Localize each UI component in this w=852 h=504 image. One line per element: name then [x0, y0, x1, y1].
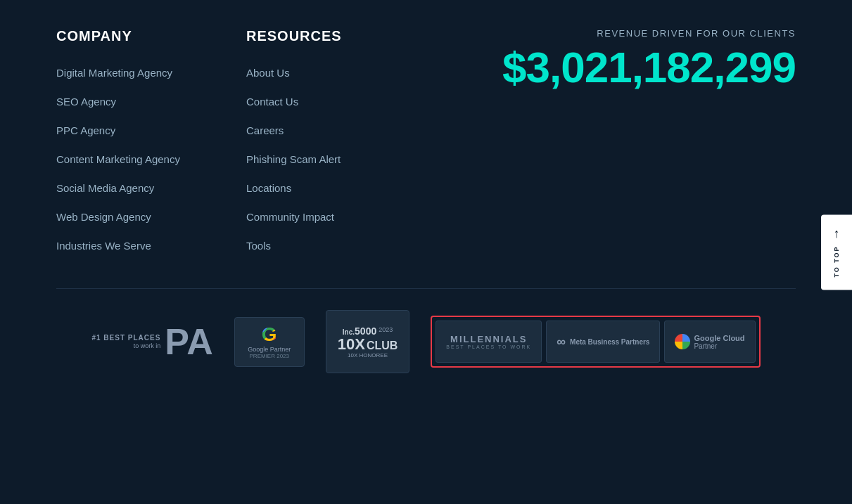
inc-honoree: 10X HONOREE	[348, 352, 388, 358]
footer-link-community[interactable]: Community Impact	[246, 202, 436, 231]
meta-logo: ∞ Meta Business Partners	[557, 335, 649, 349]
gcloud-sub: Partner	[694, 342, 744, 350]
footer-link-digital-marketing[interactable]: Digital Marketing Agency	[56, 58, 246, 87]
best-places-badge: #1 BEST PLACES to work in PA	[91, 326, 212, 357]
google-partner-content: G Google Partner PREMIER 2023	[234, 317, 305, 367]
gcloud-logo: Google Cloud Partner	[675, 334, 744, 350]
inc-club-number: 10X	[338, 337, 365, 352]
millennials-name: MILLENNIALS	[450, 334, 527, 344]
gcloud-text-col: Google Cloud Partner	[694, 334, 744, 350]
footer-link-careers[interactable]: Careers	[246, 116, 436, 145]
to-top-button[interactable]: ↑ TO TOP	[821, 214, 852, 290]
google-g-letter: G	[262, 325, 277, 344]
to-top-arrow-icon: ↑	[834, 227, 840, 240]
gcloud-badge: Google Cloud Partner	[664, 321, 755, 363]
millennials-sub: BEST PLACES TO WORK	[446, 344, 531, 349]
inc-year: 2023	[379, 326, 393, 333]
meta-infinity-icon: ∞	[557, 335, 566, 349]
footer-link-about[interactable]: About Us	[246, 58, 436, 87]
footer-link-contact[interactable]: Contact Us	[246, 87, 436, 116]
inc-club-row: 10X CLUB	[338, 337, 398, 352]
footer-link-locations[interactable]: Locations	[246, 174, 436, 202]
google-partner-label: Google Partner	[248, 346, 291, 353]
company-heading: COMPANY	[56, 28, 246, 44]
revenue-label: REVENUE DRIVEN FOR OUR CLIENTS	[597, 28, 796, 39]
gcloud-name: Google Cloud	[694, 334, 744, 342]
inc5000-content: Inc.5000 2023 10X CLUB 10X HONOREE	[326, 310, 410, 373]
meta-name: Meta Business Partners	[570, 338, 649, 346]
best-places-top: #1 BEST PLACES	[91, 334, 160, 342]
footer-column-company: COMPANY Digital Marketing Agency SEO Age…	[56, 28, 246, 260]
bottom-bar: #1 BEST PLACES to work in PA G Google Pa…	[0, 289, 852, 394]
inc-club-label: CLUB	[367, 340, 398, 352]
footer-link-seo[interactable]: SEO Agency	[56, 87, 246, 116]
footer-link-ppc[interactable]: PPC Agency	[56, 116, 246, 145]
best-places-content: #1 BEST PLACES to work in PA	[91, 326, 212, 357]
footer-column-resources: RESOURCES About Us Contact Us Careers Ph…	[246, 28, 436, 260]
best-places-row: #1 BEST PLACES to work in PA	[91, 326, 212, 357]
gcloud-circle-icon	[675, 334, 690, 349]
best-places-state: PA	[165, 326, 212, 357]
meta-badge: ∞ Meta Business Partners	[546, 321, 660, 363]
resources-heading: RESOURCES	[246, 28, 436, 44]
inc5000-badge: Inc.5000 2023 10X CLUB 10X HONOREE	[326, 310, 410, 373]
partner-group: MILLENNIALS BEST PLACES TO WORK ∞ Meta B…	[431, 316, 760, 368]
footer-main: COMPANY Digital Marketing Agency SEO Age…	[0, 0, 852, 288]
revenue-amount: $3,021,182,299	[502, 46, 796, 89]
revenue-section: REVENUE DRIVEN FOR OUR CLIENTS $3,021,18…	[502, 28, 796, 260]
footer-link-content-marketing[interactable]: Content Marketing Agency	[56, 145, 246, 174]
best-places-sub: to work in	[134, 342, 161, 350]
best-places-text-col: #1 BEST PLACES to work in	[91, 334, 160, 350]
millennials-badge: MILLENNIALS BEST PLACES TO WORK	[435, 321, 542, 363]
footer-link-tools[interactable]: Tools	[246, 231, 436, 260]
footer-link-social-media[interactable]: Social Media Agency	[56, 174, 246, 202]
google-premier-sub: PREMIER 2023	[250, 353, 289, 359]
footer-link-phishing[interactable]: Phishing Scam Alert	[246, 145, 436, 174]
footer-link-industries[interactable]: Industries We Serve	[56, 231, 246, 260]
to-top-label: TO TOP	[833, 245, 840, 277]
google-partner-badge: G Google Partner PREMIER 2023	[234, 317, 305, 367]
footer-link-web-design[interactable]: Web Design Agency	[56, 202, 246, 231]
